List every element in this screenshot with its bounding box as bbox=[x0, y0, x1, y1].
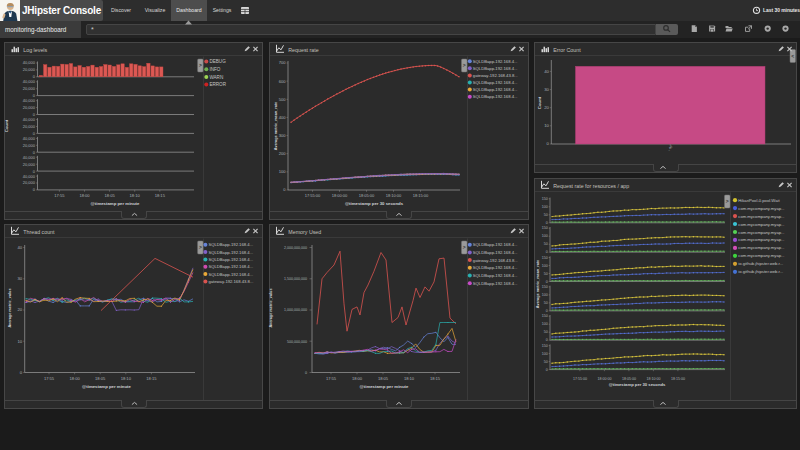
svg-text:Thread count: Thread count bbox=[23, 229, 55, 235]
svg-text:DEBUG: DEBUG bbox=[209, 59, 226, 64]
svg-text:10: 10 bbox=[544, 123, 549, 128]
svg-text:300: 300 bbox=[279, 133, 287, 138]
svg-text:400: 400 bbox=[279, 115, 287, 120]
svg-text:30: 30 bbox=[18, 276, 23, 281]
svg-text:18:00: 18:00 bbox=[79, 193, 90, 198]
svg-text:18:05: 18:05 bbox=[104, 193, 115, 198]
svg-text:SQLDBapp-192.168.4...: SQLDBapp-192.168.4... bbox=[473, 265, 518, 270]
svg-text:17:55: 17:55 bbox=[44, 376, 55, 381]
svg-text:Request rate for resources / a: Request rate for resources / app bbox=[553, 183, 629, 189]
svg-text:com.mycompany.myap...: com.mycompany.myap... bbox=[738, 245, 784, 250]
svg-text:700: 700 bbox=[279, 60, 287, 65]
svg-text:100: 100 bbox=[542, 293, 548, 297]
svg-text:gateway-192.168.43.8...: gateway-192.168.43.8... bbox=[473, 258, 518, 263]
svg-text:0: 0 bbox=[546, 309, 548, 313]
svg-text:18:15:00: 18:15:00 bbox=[671, 377, 685, 381]
svg-text:0: 0 bbox=[33, 187, 36, 192]
svg-text:50: 50 bbox=[544, 360, 548, 364]
svg-text:18:00:00: 18:00:00 bbox=[597, 377, 611, 381]
svg-text:Average metric_mean_rate: Average metric_mean_rate bbox=[536, 260, 540, 308]
svg-text:>: > bbox=[463, 62, 466, 68]
svg-text:50: 50 bbox=[544, 301, 548, 305]
svg-text:SQLDBapp-192.168.4...: SQLDBapp-192.168.4... bbox=[208, 242, 253, 247]
svg-text:Average metric_value: Average metric_value bbox=[269, 288, 273, 327]
svg-text:18:15: 18:15 bbox=[155, 193, 166, 198]
svg-text:2,000,000,000: 2,000,000,000 bbox=[284, 246, 307, 250]
svg-text:1,000,000,000: 1,000,000,000 bbox=[284, 308, 307, 312]
svg-text:Memory Used: Memory Used bbox=[288, 229, 321, 235]
svg-text:100: 100 bbox=[279, 169, 287, 174]
svg-text:10: 10 bbox=[18, 339, 23, 344]
svg-text:20: 20 bbox=[544, 105, 549, 110]
svg-text:ERROR: ERROR bbox=[209, 82, 226, 87]
svg-text:0: 0 bbox=[546, 338, 548, 342]
svg-text:SQLDBapp-192.168.4...: SQLDBapp-192.168.4... bbox=[473, 273, 518, 278]
svg-text:0: 0 bbox=[546, 250, 548, 254]
svg-text:Average metric_mean_rate: Average metric_mean_rate bbox=[274, 102, 278, 150]
svg-text:40,000: 40,000 bbox=[23, 155, 36, 160]
svg-text:40: 40 bbox=[18, 245, 23, 250]
svg-text:INFO: INFO bbox=[209, 67, 220, 72]
svg-text:@timestamp per minute: @timestamp per minute bbox=[82, 384, 131, 389]
svg-text:17:55: 17:55 bbox=[326, 376, 337, 381]
svg-text:com.mycompany.myap...: com.mycompany.myap... bbox=[738, 253, 784, 258]
svg-text:40: 40 bbox=[544, 69, 549, 74]
svg-text:100: 100 bbox=[542, 205, 548, 209]
svg-text:com.mycompany.myap...: com.mycompany.myap... bbox=[738, 206, 784, 211]
svg-text:100: 100 bbox=[542, 322, 548, 326]
svg-text:Average metric_value: Average metric_value bbox=[8, 288, 12, 327]
svg-text:20,000: 20,000 bbox=[23, 180, 36, 185]
svg-text:40,000: 40,000 bbox=[23, 117, 36, 122]
svg-text:SQLDBapp-192.168.4...: SQLDBapp-192.168.4... bbox=[473, 250, 518, 255]
svg-text:@timestamp per minute: @timestamp per minute bbox=[91, 201, 140, 206]
svg-text:0: 0 bbox=[546, 280, 548, 284]
svg-text:18:00: 18:00 bbox=[69, 376, 80, 381]
svg-text:18:00: 18:00 bbox=[352, 376, 363, 381]
svg-text:18:10:00: 18:10:00 bbox=[386, 193, 402, 198]
svg-text:SQLDBapp-192.168.4...: SQLDBapp-192.168.4... bbox=[473, 87, 518, 92]
svg-text:>: > bbox=[463, 244, 466, 250]
svg-text:50: 50 bbox=[544, 272, 548, 276]
svg-text:>: > bbox=[199, 62, 202, 68]
svg-text:20,000: 20,000 bbox=[23, 162, 36, 167]
svg-text:_all: _all bbox=[665, 145, 673, 152]
svg-text:SQLDBapp-192.168.4...: SQLDBapp-192.168.4... bbox=[208, 250, 253, 255]
svg-text:gateway-192.168.43.8...: gateway-192.168.43.8... bbox=[208, 279, 253, 284]
svg-text:200: 200 bbox=[279, 151, 287, 156]
svg-text:io.github.jhipster.web.r...: io.github.jhipster.web.r... bbox=[738, 269, 783, 274]
svg-text:20,000: 20,000 bbox=[23, 86, 36, 91]
svg-text:20,000: 20,000 bbox=[23, 105, 36, 110]
svg-text:WARN: WARN bbox=[209, 75, 223, 80]
svg-text:com.mycompany.myap...: com.mycompany.myap... bbox=[738, 222, 784, 227]
svg-text:150: 150 bbox=[542, 314, 548, 318]
svg-text:SQLDBapp-192.168.4...: SQLDBapp-192.168.4... bbox=[473, 59, 518, 64]
svg-text:20,000: 20,000 bbox=[23, 67, 36, 72]
svg-text:gateway-192.168.43.8...: gateway-192.168.43.8... bbox=[473, 73, 518, 78]
svg-text:Count: Count bbox=[4, 119, 9, 132]
svg-text:100: 100 bbox=[542, 352, 548, 356]
svg-text:17:55:00: 17:55:00 bbox=[573, 377, 587, 381]
svg-text:com.mycompany.myap...: com.mycompany.myap... bbox=[738, 237, 784, 242]
svg-text:18:15: 18:15 bbox=[430, 376, 441, 381]
svg-text:0: 0 bbox=[283, 187, 286, 192]
svg-text:40,000: 40,000 bbox=[23, 98, 36, 103]
svg-text:Error Count: Error Count bbox=[553, 47, 581, 53]
svg-text:@timestamp per 30 seconds: @timestamp per 30 seconds bbox=[609, 382, 666, 387]
svg-text:20: 20 bbox=[18, 307, 23, 312]
svg-text:Log levels: Log levels bbox=[23, 47, 47, 53]
svg-text:io.github.jhipster.web.r...: io.github.jhipster.web.r... bbox=[738, 261, 783, 266]
svg-text:18:10:00: 18:10:00 bbox=[646, 377, 660, 381]
svg-text:40,000: 40,000 bbox=[23, 174, 36, 179]
svg-text:com.mycompany.myap...: com.mycompany.myap... bbox=[738, 214, 784, 219]
svg-text:18:00:00: 18:00:00 bbox=[332, 193, 348, 198]
svg-text:18:15:00: 18:15:00 bbox=[413, 193, 429, 198]
svg-text:50: 50 bbox=[544, 330, 548, 334]
svg-text:@timestamp per 30 seconds: @timestamp per 30 seconds bbox=[345, 201, 404, 206]
svg-text:SQLDBapp-192.168.4...: SQLDBapp-192.168.4... bbox=[473, 242, 518, 247]
svg-text:30: 30 bbox=[544, 87, 549, 92]
svg-text:0: 0 bbox=[546, 221, 548, 225]
svg-text:50: 50 bbox=[544, 242, 548, 246]
svg-text:40,000: 40,000 bbox=[23, 79, 36, 84]
svg-text:0: 0 bbox=[546, 141, 549, 146]
svg-text:20,000: 20,000 bbox=[23, 143, 36, 148]
